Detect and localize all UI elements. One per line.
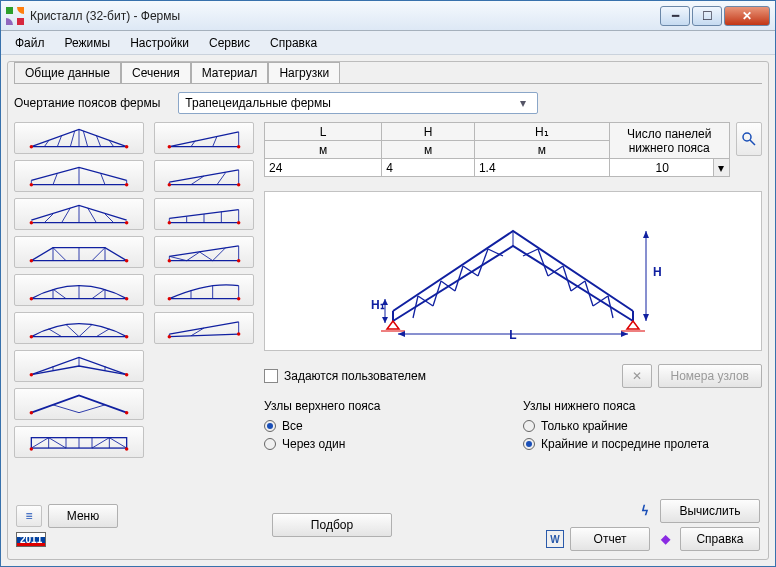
svg-line-43 [49, 329, 62, 337]
svg-point-103 [237, 259, 240, 262]
svg-line-46 [96, 329, 109, 337]
menu-help[interactable]: Справка [262, 34, 325, 52]
svg-point-8 [30, 145, 33, 148]
svg-point-24 [30, 221, 33, 224]
menu-icon-button[interactable]: ≡ [16, 505, 42, 527]
menu-settings[interactable]: Настройки [122, 34, 197, 52]
report-button[interactable]: Отчет [570, 527, 650, 551]
truss-shape-9[interactable] [14, 426, 144, 458]
svg-line-54 [53, 405, 79, 413]
svg-point-33 [125, 259, 128, 262]
svg-point-69 [125, 447, 128, 450]
titlebar: Кристалл (32-бит) - Фермы ━ ☐ ✕ [1, 1, 775, 31]
svg-point-75 [168, 145, 171, 148]
app-window: Кристалл (32-бит) - Фермы ━ ☐ ✕ Файл Реж… [0, 0, 776, 567]
svg-point-56 [30, 411, 33, 414]
word-icon: W [546, 530, 564, 548]
svg-point-84 [237, 183, 240, 186]
podbor-button[interactable]: Подбор [272, 513, 392, 537]
svg-line-15 [101, 173, 105, 184]
zoom-button[interactable] [736, 122, 762, 156]
svg-marker-138 [387, 321, 399, 329]
svg-marker-149 [643, 314, 649, 321]
tab-sections[interactable]: Сечения [121, 62, 191, 84]
maximize-button[interactable]: ☐ [692, 6, 722, 26]
tab-strip: Общие данные Сечения Материал Нагрузки [14, 62, 762, 84]
col-L: L [265, 123, 382, 141]
svg-line-98 [169, 256, 186, 260]
truss-shape-6[interactable] [14, 312, 144, 344]
truss-shape-3[interactable] [14, 198, 144, 230]
svg-point-68 [30, 447, 33, 450]
radio-top-every-other[interactable]: Через один [264, 435, 503, 453]
svg-point-9 [125, 145, 128, 148]
svg-line-118 [750, 140, 755, 145]
radio-bot-ends[interactable]: Только крайние [523, 417, 762, 435]
truss-type-combo[interactable]: Трапецеидальные фермы ▾ [178, 92, 538, 114]
input-H1[interactable]: 1.4 [474, 159, 609, 177]
outline-label: Очертание поясов фермы [14, 96, 160, 110]
svg-line-13 [53, 173, 57, 184]
truss-shape-1[interactable] [14, 122, 144, 154]
truss-type-value: Трапецеидальные фермы [185, 96, 331, 110]
menu-icon: ≡ [25, 509, 32, 523]
svg-marker-148 [643, 231, 649, 238]
truss-shape-8[interactable] [14, 388, 144, 420]
truss-shape-11[interactable] [154, 160, 254, 192]
col-H1: H₁ [474, 123, 609, 141]
svg-point-93 [237, 221, 240, 224]
close-button[interactable]: ✕ [724, 6, 770, 26]
book-icon: ◆ [656, 530, 674, 548]
svg-line-64 [31, 438, 48, 448]
help-button[interactable]: Справка [680, 527, 760, 551]
truss-shape-14[interactable] [154, 274, 254, 306]
svg-line-39 [92, 289, 105, 299]
menu-modes[interactable]: Режимы [57, 34, 119, 52]
nodes-number-button: Номера узлов [658, 364, 763, 388]
svg-marker-153 [382, 317, 388, 323]
svg-line-44 [66, 325, 79, 337]
input-panels[interactable]: 10▾ [609, 159, 729, 177]
menubar: Файл Режимы Настройки Сервис Справка [1, 31, 775, 55]
input-L[interactable]: 24 [265, 159, 382, 177]
truss-shape-10[interactable] [154, 122, 254, 154]
svg-line-100 [200, 252, 213, 261]
truss-shape-4[interactable] [14, 236, 144, 268]
svg-line-31 [92, 248, 105, 261]
top-chord-label: Узлы верхнего пояса [264, 399, 503, 413]
tab-loads[interactable]: Нагрузки [268, 62, 340, 84]
calculate-button[interactable]: Вычислить [660, 499, 760, 523]
svg-marker-144 [398, 331, 405, 337]
menu-button[interactable]: Меню [48, 504, 118, 528]
svg-point-48 [125, 335, 128, 338]
truss-shape-15[interactable] [154, 312, 254, 344]
truss-shape-5[interactable] [14, 274, 144, 306]
tab-general[interactable]: Общие данные [14, 62, 121, 84]
svg-line-111 [169, 334, 238, 337]
tab-material[interactable]: Материал [191, 62, 269, 84]
user-defined-checkbox[interactable]: Задаются пользователем [264, 369, 426, 384]
svg-point-117 [743, 133, 751, 141]
svg-point-16 [30, 183, 33, 186]
svg-point-92 [168, 221, 171, 224]
minimize-button[interactable]: ━ [660, 6, 690, 26]
svg-point-40 [30, 297, 33, 300]
unit-H1: м [474, 141, 609, 159]
radio-top-all[interactable]: Все [264, 417, 503, 435]
menu-service[interactable]: Сервис [201, 34, 258, 52]
truss-shape-2[interactable] [14, 160, 144, 192]
svg-point-17 [125, 183, 128, 186]
truss-shape-12[interactable] [154, 198, 254, 230]
bottom-chord-label: Узлы нижнего пояса [523, 399, 762, 413]
svg-point-57 [125, 411, 128, 414]
truss-shape-7[interactable] [14, 350, 144, 382]
lightning-icon: ϟ [636, 502, 654, 520]
truss-shape-13[interactable] [154, 236, 254, 268]
radio-bot-ends-mid[interactable]: Крайние и посредине пролета [523, 435, 762, 453]
parameter-table: L H H₁ Число панелей нижнего пояса м м м [264, 122, 730, 177]
svg-text:H: H [653, 265, 662, 279]
nodes-icon-button: ✕ [622, 364, 652, 388]
svg-point-115 [168, 335, 171, 338]
input-H[interactable]: 4 [382, 159, 475, 177]
menu-file[interactable]: Файл [7, 34, 53, 52]
